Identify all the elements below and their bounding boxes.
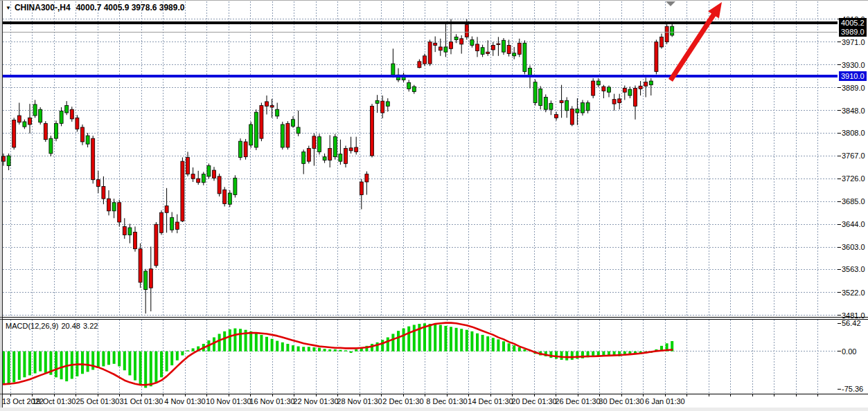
candle-body bbox=[470, 39, 474, 45]
macd-histogram-bar bbox=[324, 349, 326, 351]
candle bbox=[23, 120, 26, 129]
macd-histogram-bar bbox=[160, 351, 163, 378]
candle-body bbox=[339, 154, 342, 161]
macd-histogram-bar bbox=[271, 339, 274, 351]
candle-body bbox=[175, 222, 179, 229]
time-tick-label: 10 Nov 01:30 bbox=[206, 397, 251, 405]
candle-body bbox=[549, 103, 553, 109]
candle-body bbox=[371, 106, 374, 156]
candle bbox=[86, 133, 89, 147]
candle bbox=[418, 60, 421, 68]
macd-histogram-bar bbox=[166, 351, 168, 372]
time-tick-label: 20 Dec 01:30 bbox=[511, 397, 556, 405]
candle bbox=[555, 111, 558, 120]
candle bbox=[517, 39, 521, 57]
candle-body bbox=[391, 64, 395, 75]
price-tick-label: 3644.0 bbox=[842, 221, 865, 228]
candle bbox=[434, 37, 437, 53]
window-bottom-edge bbox=[0, 408, 868, 411]
candle bbox=[428, 39, 432, 66]
candle bbox=[91, 136, 95, 183]
macd-histogram-bar bbox=[281, 342, 284, 351]
macd-histogram-bar bbox=[555, 351, 558, 359]
candle-body bbox=[96, 180, 100, 187]
candle-body bbox=[107, 199, 111, 211]
macd-histogram-bar bbox=[344, 350, 347, 351]
macd-histogram-bar bbox=[128, 351, 131, 376]
candle-body bbox=[623, 89, 626, 93]
macd-histogram-bar bbox=[407, 327, 410, 351]
time-tick-label: 8 Dec 01:30 bbox=[426, 397, 467, 405]
candle-body bbox=[154, 224, 158, 266]
candle-body bbox=[460, 39, 463, 44]
time-tick-label: 6 Jan 01:30 bbox=[645, 397, 685, 405]
macd-histogram-bar bbox=[513, 345, 515, 351]
chart-window: ▼CHINA300-,H44000.7 4005.9 3978.6 3989.0… bbox=[0, 0, 868, 411]
candle-body bbox=[254, 112, 258, 147]
macd-histogram-bar bbox=[334, 349, 337, 351]
candle bbox=[412, 85, 416, 94]
candle bbox=[139, 244, 142, 288]
candle-body bbox=[649, 81, 653, 85]
macd-histogram-bar bbox=[28, 351, 31, 376]
candle bbox=[549, 100, 553, 115]
candle bbox=[608, 86, 611, 98]
candle bbox=[649, 78, 653, 95]
candle bbox=[307, 146, 310, 164]
macd-histogram-bar bbox=[286, 344, 289, 351]
candle-body bbox=[170, 218, 174, 230]
candle bbox=[112, 199, 116, 218]
candle-body bbox=[81, 127, 85, 142]
candle-body bbox=[49, 138, 53, 154]
candle-body bbox=[86, 136, 89, 144]
candle bbox=[375, 95, 379, 113]
candle bbox=[491, 42, 495, 56]
candle bbox=[544, 94, 547, 112]
candle bbox=[344, 146, 348, 167]
time-tick-label: 14 Dec 01:30 bbox=[468, 397, 513, 405]
candle bbox=[450, 19, 453, 55]
candle bbox=[281, 122, 284, 149]
candle bbox=[423, 54, 427, 66]
candle bbox=[349, 137, 353, 154]
candle bbox=[191, 167, 195, 182]
macd-histogram-bar bbox=[44, 351, 47, 373]
candle-body bbox=[191, 174, 195, 179]
candle bbox=[249, 122, 253, 148]
candle bbox=[665, 24, 668, 44]
candle bbox=[39, 107, 42, 125]
candle bbox=[65, 101, 69, 115]
macd-histogram-bar bbox=[486, 336, 489, 351]
candle bbox=[339, 140, 342, 165]
candle-body bbox=[197, 179, 200, 183]
macd-histogram-bar bbox=[350, 351, 353, 353]
candle bbox=[570, 106, 574, 126]
candle-body bbox=[497, 44, 500, 45]
candle bbox=[355, 137, 358, 155]
candle-body bbox=[181, 161, 184, 221]
candle-body bbox=[491, 45, 495, 49]
candle-body bbox=[660, 37, 664, 47]
candle-body bbox=[465, 25, 468, 37]
candle bbox=[539, 86, 542, 109]
macd-histogram-bar bbox=[87, 351, 89, 372]
candle bbox=[197, 171, 200, 185]
candle-body bbox=[628, 89, 632, 95]
candle bbox=[28, 104, 32, 134]
candle bbox=[486, 40, 490, 56]
candle bbox=[581, 100, 585, 116]
macd-histogram-bar bbox=[176, 351, 179, 360]
candle-body bbox=[439, 47, 442, 51]
candle-body bbox=[665, 26, 668, 42]
candle-body bbox=[560, 100, 563, 102]
candle-body bbox=[539, 89, 542, 105]
candle-body bbox=[218, 176, 221, 194]
macd-histogram-bar bbox=[466, 330, 468, 351]
macd-histogram-bar bbox=[549, 351, 552, 358]
macd-indicator-label: MACD(12,26,9)20.483.22 bbox=[6, 322, 98, 330]
candle-body bbox=[249, 125, 253, 145]
price-tick-label: 3563.0 bbox=[842, 266, 865, 273]
macd-histogram-bar bbox=[91, 351, 94, 370]
symbol-dropdown-icon[interactable]: ▼ bbox=[6, 5, 11, 11]
candle-body bbox=[112, 203, 116, 211]
